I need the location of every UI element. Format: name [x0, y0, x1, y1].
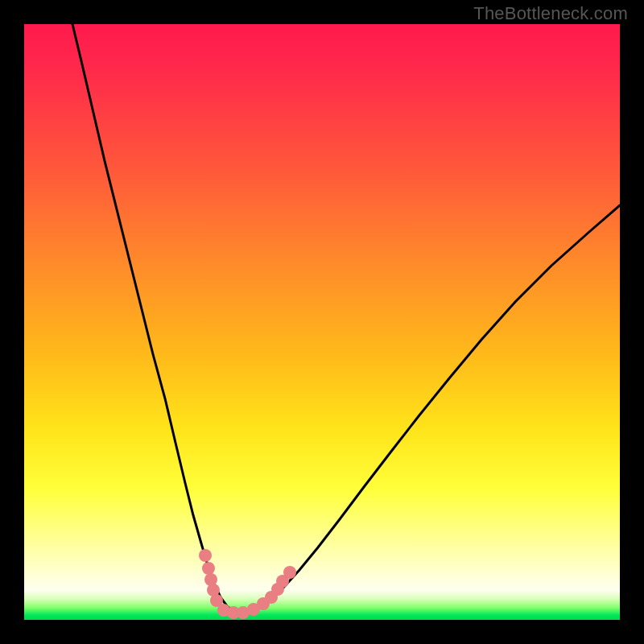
chart-frame: TheBottleneck.com [0, 0, 644, 644]
highlight-marker-dot [283, 566, 296, 579]
watermark-text: TheBottleneck.com [473, 3, 628, 24]
highlight-marker-dot [199, 549, 212, 562]
bottleneck-curve [72, 24, 620, 614]
highlight-markers [199, 549, 296, 619]
plot-area [24, 24, 620, 620]
curve-layer [24, 24, 620, 620]
highlight-marker-dot [202, 562, 215, 575]
